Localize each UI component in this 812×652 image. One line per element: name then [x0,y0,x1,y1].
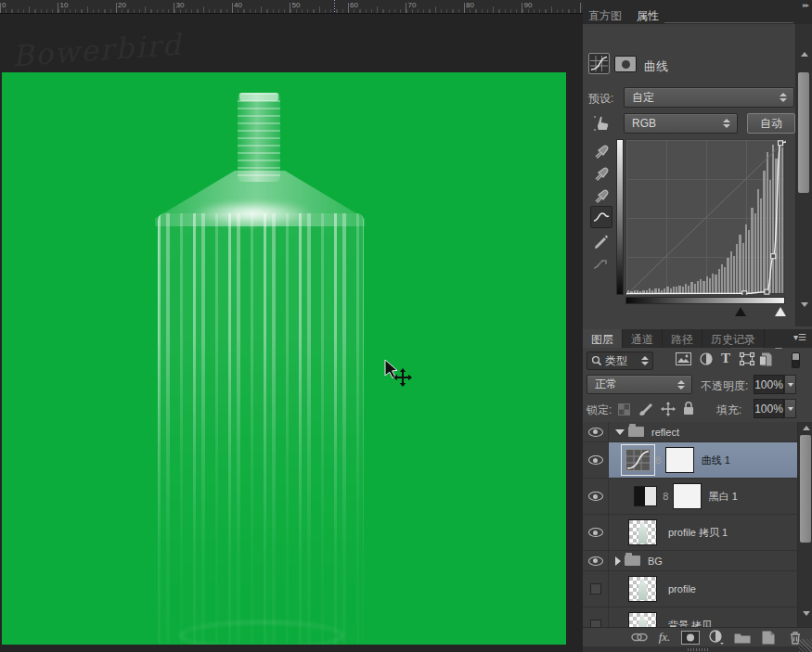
visibility-cell[interactable] [583,571,609,607]
auto-button[interactable]: 自动 [747,113,795,134]
tone-curve[interactable] [626,140,786,295]
tab-properties[interactable]: 属性 [637,8,659,24]
preset-value: 自定 [632,90,654,106]
gray-point-eyedropper-icon[interactable] [590,163,612,184]
expand-group-icon[interactable] [615,556,621,566]
eye-icon[interactable] [588,556,603,566]
lock-all-icon[interactable] [683,402,694,419]
scroll-up-arrow[interactable] [803,426,810,430]
opacity-dropdown-button[interactable] [784,375,796,394]
eye-icon[interactable] [588,455,603,465]
visibility-cell[interactable] [583,607,609,627]
curve-point-tool-icon[interactable] [590,206,612,228]
layers-scrollbar[interactable] [798,422,812,627]
targeted-adjustment-tool-icon[interactable] [590,113,612,134]
folder-icon [628,427,644,437]
scroll-down-arrow[interactable] [803,611,810,616]
blend-mode-dropdown[interactable]: 正常 [586,375,692,394]
curve-anchor-point[interactable] [765,289,769,294]
layer-row-item[interactable]: 8曲线 1 [583,442,797,479]
white-point-eyedropper-icon[interactable] [590,185,612,206]
fill-value[interactable]: 100% [754,399,784,418]
pasteboard[interactable]: Bowerbird [0,15,583,652]
layer-filter-row: 类型 T [583,349,812,373]
filter-pixel-layers-icon[interactable] [676,352,691,369]
layer-thumbnail[interactable] [628,612,657,627]
collapse-panels-icon[interactable]: ▸▸ [803,1,808,9]
scrollbar-thumb[interactable] [798,72,809,193]
layer-mask-thumbnail[interactable] [665,447,694,473]
shadow-input-slider[interactable] [735,307,746,316]
new-group-icon[interactable] [729,632,755,644]
filter-kind-dropdown[interactable]: 类型 [586,352,653,370]
lock-position-icon[interactable] [661,402,676,420]
horizontal-ruler[interactable]: 010203040506070809010 [0,0,583,14]
collapse-group-icon[interactable] [615,429,625,435]
filter-toggle-switch[interactable] [792,352,800,368]
preset-dropdown[interactable]: 自定 [624,87,794,108]
scroll-up-arrow[interactable] [801,52,808,57]
pencil-tool-icon[interactable] [590,232,612,252]
visibility-cell[interactable] [583,479,609,514]
layer-mask-thumbnail[interactable] [673,483,702,509]
scrollbar-thumb[interactable] [800,435,811,543]
window-resize-grip[interactable] [799,639,812,652]
tab-history[interactable]: 历史记录 [702,329,765,348]
layer-thumbnail[interactable] [628,576,657,602]
fill-dropdown-button[interactable] [784,399,796,418]
new-layer-icon[interactable] [755,631,781,645]
black-point-eyedropper-icon[interactable] [590,141,612,161]
lock-transparency-icon[interactable] [618,403,630,419]
opacity-value[interactable]: 100% [754,375,784,394]
layers-tabbar: 图层 通道 路径 历史记录 [583,329,812,348]
visibility-cell[interactable] [583,442,609,478]
filter-kind-value: 类型 [605,353,627,369]
curve-anchor-point[interactable] [778,141,782,146]
mask-link-icon[interactable]: 8 [655,454,662,467]
visibility-cell[interactable] [583,551,609,570]
channel-dropdown[interactable]: RGB [624,113,738,134]
layer-row-item[interactable]: profile 拷贝 1 [583,515,797,551]
tab-paths[interactable]: 路径 [663,329,702,348]
layer-thumbnail[interactable] [628,519,657,545]
visibility-cell[interactable] [583,515,609,550]
layer-row-group[interactable]: BG [583,551,797,571]
scroll-down-arrow[interactable] [801,302,808,307]
blackwhite-layer-thumbnail[interactable] [632,484,659,508]
panel-menu-icon[interactable]: ▾☰ [793,332,806,342]
document-canvas[interactable] [2,72,566,645]
tab-histogram[interactable]: 直方图 [588,8,622,24]
tab-channels[interactable]: 通道 [623,329,663,348]
visibility-empty-checkbox[interactable] [590,620,601,627]
tab-layers[interactable]: 图层 [583,329,623,348]
eye-icon[interactable] [588,492,603,501]
filter-adjustment-layers-icon[interactable] [700,352,713,369]
ruler-label: 90 [524,1,533,9]
smooth-curve-icon[interactable] [590,254,612,275]
new-adjustment-layer-icon[interactable] [703,630,729,645]
lock-pixels-icon[interactable] [638,402,653,419]
link-layers-icon[interactable] [627,633,651,642]
layer-row-item[interactable]: 背景 拷贝 [583,607,797,627]
eye-icon[interactable] [588,528,603,537]
layer-effects-icon[interactable]: fx. [651,630,677,645]
curve-plot[interactable] [625,139,785,294]
filter-type-layers-icon[interactable]: T [721,351,730,366]
layer-row-item[interactable]: profile [583,571,797,607]
curve-anchor-point[interactable] [742,291,747,295]
mask-link-icon[interactable]: 8 [663,491,669,503]
layer-row-group[interactable]: reflect [583,422,797,442]
properties-scrollbar[interactable] [796,24,812,326]
add-layer-mask-icon[interactable] [677,631,703,645]
panel-resize-grip[interactable] [583,646,812,652]
eye-icon[interactable] [588,428,603,437]
curves-layer-thumbnail[interactable] [625,448,651,472]
blend-row: 正常 不透明度: 100% [583,374,812,397]
filter-shape-layers-icon[interactable] [740,352,754,369]
highlight-input-slider[interactable] [775,307,786,316]
visibility-empty-checkbox[interactable] [590,583,601,594]
filter-smart-objects-icon[interactable] [759,352,772,370]
curve-anchor-point[interactable] [771,254,776,259]
layer-row-item[interactable]: 8黑白 1 [583,479,797,515]
visibility-cell[interactable] [583,422,609,441]
